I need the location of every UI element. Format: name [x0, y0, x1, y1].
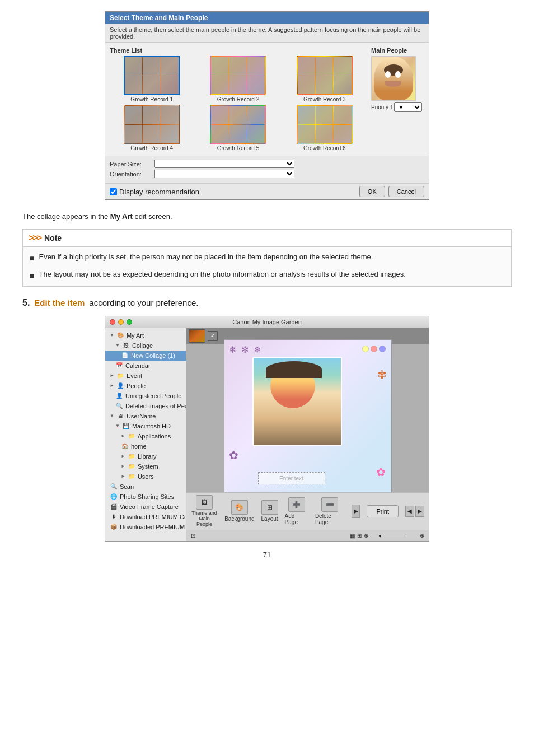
theme-thumb-1[interactable]	[124, 56, 180, 95]
delete-page-label: Delete Page	[315, 513, 345, 525]
checkbox-icon[interactable]: ✓	[208, 331, 218, 341]
main-people-photo[interactable]	[371, 56, 416, 101]
sidebar-item-download[interactable]: ⬇ Download PREMIUM Contents	[105, 512, 186, 522]
scan-icon: 🔍	[110, 483, 118, 491]
prev-page-button[interactable]: ◀	[405, 506, 414, 517]
orientation-row: Orientation:	[110, 170, 424, 178]
sidebar-item-downloaded[interactable]: 📦 Downloaded PREMIUM Contents	[105, 522, 186, 532]
nav-play-button[interactable]: ▶	[352, 505, 360, 518]
theme-item-5[interactable]: Growth Record 5	[196, 105, 280, 151]
hair	[266, 361, 322, 378]
sidebar-item-people[interactable]: ► 👤 People	[105, 381, 186, 391]
sidebar-item-applications[interactable]: ► 📁 Applications	[105, 431, 186, 441]
text-box[interactable]: Enter text	[258, 472, 325, 484]
note-item-2: ■ The layout may not be as expected depe…	[30, 269, 504, 282]
canvas-thumbnail[interactable]	[189, 329, 205, 343]
next-page-button[interactable]: ▶	[415, 506, 424, 517]
sidebar-item-library[interactable]: ► 📁 Library	[105, 451, 186, 461]
theme-grid: Growth Record 1 Growth Record 2	[110, 56, 367, 151]
theme-thumb-2[interactable]	[210, 56, 266, 95]
flower-1-icon: ✿	[229, 449, 238, 462]
layout-button[interactable]: ⊞ Layout	[261, 500, 278, 522]
add-page-button[interactable]: ➕ Add Page	[285, 497, 308, 525]
canvas-area[interactable]: ✓ ❄ ✼ ❄	[186, 328, 429, 492]
sidebar-item-deleted[interactable]: 🔍 Deleted Images of People	[105, 401, 186, 411]
delete-page-button[interactable]: ➖ Delete Page	[315, 497, 345, 525]
myart-icon: 🎨	[116, 332, 124, 339]
main-people-header: Main People	[371, 47, 424, 54]
theme-main-people-button[interactable]: 🖼 Theme andMain People	[191, 495, 218, 528]
paper-size-row: Paper Size:	[110, 160, 424, 168]
priority-label: Priority 1	[371, 104, 393, 110]
status-left: ⊡	[191, 533, 195, 539]
sidebar-item-myart[interactable]: ▼ 🎨 My Art	[105, 330, 186, 340]
note-text-2: The layout may not be as expected depend…	[39, 269, 405, 282]
sidebar-item-event[interactable]: ► 📁 Event	[105, 371, 186, 381]
sidebar-item-users[interactable]: ► 📁 Users	[105, 472, 186, 482]
print-button[interactable]: Print	[367, 505, 399, 517]
traffic-lights	[110, 319, 132, 325]
display-recommendation-checkbox[interactable]	[110, 188, 117, 195]
theme-main-label: Theme andMain People	[191, 511, 218, 528]
zoom-slider[interactable]: ————	[384, 533, 418, 539]
note-item-1: ■ Even if a high priority is set, the pe…	[30, 251, 504, 264]
status-icons: ▦ ⊞ ⊕ — ● ———— ⊕	[350, 533, 424, 539]
add-page-label: Add Page	[285, 513, 308, 525]
cancel-button[interactable]: Cancel	[388, 186, 424, 197]
ok-button[interactable]: OK	[359, 186, 385, 197]
background-button[interactable]: 🎨 Background	[224, 500, 254, 522]
sidebar-item-new-collage[interactable]: 📄 New Collage (1)	[105, 351, 186, 361]
status-resize-icon: ⊡	[191, 533, 195, 539]
theme-thumb-3[interactable]	[297, 56, 353, 95]
theme-thumb-5[interactable]	[210, 105, 266, 144]
system-icon: 📁	[128, 463, 135, 470]
home-icon: 🏠	[121, 442, 129, 450]
sidebar-item-scan[interactable]: 🔍 Scan	[105, 482, 186, 492]
sidebar-item-collage[interactable]: ▼ 🖼 Collage	[105, 340, 186, 351]
theme-item-6[interactable]: Growth Record 6	[283, 105, 367, 151]
app-titlebar: Canon My Image Garden	[105, 316, 429, 328]
toolbar-bottom: 🖼 Theme andMain People 🎨 Background ⊞ La…	[186, 492, 429, 530]
app-window: Canon My Image Garden ▼ 🎨 My Art ▼ 🖼 Col…	[105, 316, 429, 542]
sidebar-item-system[interactable]: ► 📁 System	[105, 461, 186, 472]
theme-label-1: Growth Record 1	[130, 96, 173, 102]
theme-item-4[interactable]: Growth Record 4	[110, 105, 194, 151]
sidebar-item-photo-sharing[interactable]: 🌐 Photo Sharing Sites	[105, 492, 186, 502]
sidebar-item-username[interactable]: ▼ 🖥 UserName	[105, 411, 186, 421]
snowflake-3-icon: ❄	[254, 344, 261, 355]
note-box: >>> Note ■ Even if a high priority is se…	[22, 229, 512, 287]
snowflake-2-icon: ✼	[241, 344, 249, 355]
theme-thumb-4[interactable]	[124, 105, 180, 144]
sidebar-item-macintosh[interactable]: ▼ 💾 Macintosh HD	[105, 421, 186, 431]
sidebar-item-unregistered[interactable]: 👤 Unregistered People	[105, 391, 186, 401]
bullet-1: ■	[30, 253, 34, 264]
priority-select[interactable]: ▼	[394, 102, 422, 112]
app-content: ▼ 🎨 My Art ▼ 🖼 Collage 📄 New Collage (1)…	[105, 328, 429, 541]
paper-size-select[interactable]	[154, 160, 294, 168]
step-rest: according to your preference.	[89, 298, 198, 307]
close-button-icon[interactable]	[110, 319, 115, 325]
theme-thumb-6[interactable]	[297, 105, 353, 144]
sidebar-item-video[interactable]: 🎬 Video Frame Capture	[105, 502, 186, 512]
theme-item-3[interactable]: Growth Record 3	[283, 56, 367, 102]
theme-label-5: Growth Record 5	[217, 145, 260, 151]
deleted-icon: 🔍	[115, 402, 123, 410]
step-number: 5.	[22, 298, 30, 308]
sidebar-item-home[interactable]: 🏠 home	[105, 441, 186, 451]
theme-item-1[interactable]: Growth Record 1	[110, 56, 194, 102]
background-label: Background	[224, 516, 254, 522]
username-expand-icon: ▼	[110, 413, 114, 418]
collage-frame[interactable]: ❄ ✼ ❄	[224, 339, 392, 492]
minimize-button-icon[interactable]	[118, 319, 124, 325]
theme-label-3: Growth Record 3	[303, 96, 346, 102]
users-expand-icon: ►	[121, 474, 125, 479]
decoration-circles	[362, 346, 386, 352]
note-text-1: Even if a high priority is set, the pers…	[39, 251, 373, 264]
theme-item-2[interactable]: Growth Record 2	[196, 56, 280, 102]
orientation-select[interactable]	[154, 170, 294, 178]
page-nav-arrows: ◀ ▶	[405, 506, 424, 517]
status-bar: ⊡ ▦ ⊞ ⊕ — ● ———— ⊕	[186, 530, 429, 541]
mac-expand-icon: ▼	[115, 423, 120, 428]
sidebar-item-calendar[interactable]: 📅 Calendar	[105, 361, 186, 371]
maximize-button-icon[interactable]	[127, 319, 132, 325]
